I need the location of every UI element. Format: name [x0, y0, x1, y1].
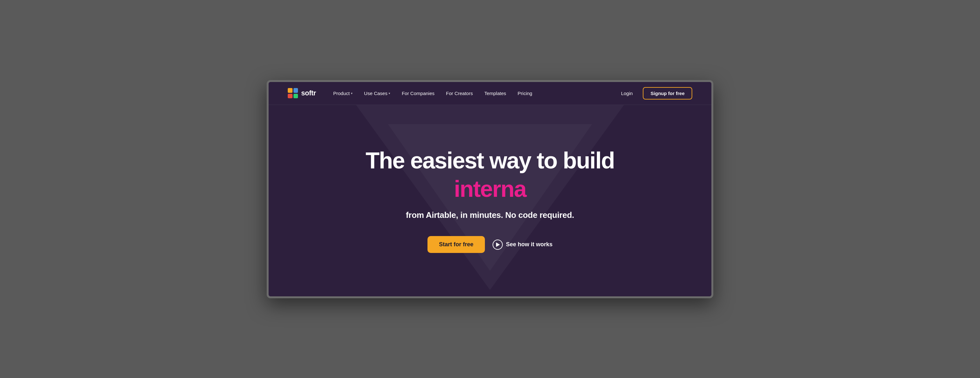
nav-item-templates[interactable]: Templates	[480, 88, 511, 98]
logo-sq-blue	[293, 88, 298, 93]
hero-buttons: Start for free See how it works	[366, 236, 614, 253]
navbar: softr Product ▾ Use Cases ▾ For Companie…	[269, 82, 711, 105]
nav-item-product[interactable]: Product ▾	[329, 88, 357, 98]
logo-sq-red	[288, 94, 293, 98]
hero-section: The easiest way to build interna from Ai…	[269, 105, 711, 296]
nav-links: Product ▾ Use Cases ▾ For Companies For …	[329, 88, 536, 98]
play-triangle-icon	[496, 243, 500, 247]
hero-title-line1: The easiest way to build	[366, 148, 614, 173]
logo[interactable]: softr	[288, 88, 316, 98]
hero-subtitle: from Airtable, in minutes. No code requi…	[366, 209, 614, 221]
hero-title-line2: interna	[366, 176, 614, 202]
navbar-right: Login Signup for free	[616, 87, 692, 100]
browser-frame: softr Product ▾ Use Cases ▾ For Companie…	[267, 80, 713, 298]
play-icon	[493, 240, 503, 250]
navbar-left: softr Product ▾ Use Cases ▾ For Companie…	[288, 88, 536, 98]
nav-item-for-creators[interactable]: For Creators	[442, 88, 477, 98]
start-for-free-button[interactable]: Start for free	[428, 236, 485, 253]
chevron-down-icon: ▾	[388, 92, 390, 95]
logo-sq-green	[293, 94, 298, 98]
signup-button[interactable]: Signup for free	[643, 87, 692, 100]
logo-sq-yellow	[288, 88, 293, 93]
hero-content: The easiest way to build interna from Ai…	[366, 148, 614, 253]
logo-icon	[288, 88, 298, 98]
chevron-down-icon: ▾	[351, 92, 353, 95]
nav-item-use-cases[interactable]: Use Cases ▾	[360, 88, 395, 98]
nav-item-pricing[interactable]: Pricing	[513, 88, 537, 98]
nav-item-for-companies[interactable]: For Companies	[397, 88, 439, 98]
login-button[interactable]: Login	[616, 88, 638, 98]
logo-text: softr	[301, 89, 316, 97]
see-how-it-works-button[interactable]: See how it works	[493, 240, 552, 250]
